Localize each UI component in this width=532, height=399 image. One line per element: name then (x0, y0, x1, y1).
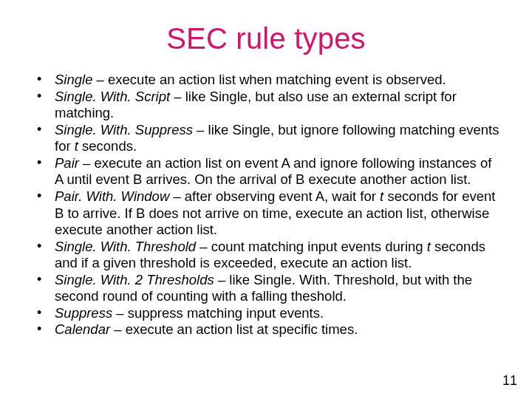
rule-term: Pair (55, 155, 79, 171)
rule-term: Suppress (55, 305, 112, 321)
rule-term: Single. With. 2 Thresholds (55, 272, 214, 287)
separator: – (92, 72, 108, 87)
rule-term: Pair. With. Window (55, 188, 169, 204)
separator: – (196, 239, 211, 254)
slide: SEC rule types Single – execute an actio… (0, 0, 532, 399)
separator: – (79, 155, 95, 171)
rule-desc: after observing event A, wait for (185, 188, 380, 204)
rule-term: Single. With. Suppress (55, 122, 193, 137)
rule-desc: execute an action list at specific times… (126, 321, 358, 337)
list-item: Single. With. Suppress – like Single, bu… (33, 122, 499, 155)
rule-term: Calendar (55, 321, 110, 337)
list-item: Single – execute an action list when mat… (33, 72, 499, 89)
list-item: Single. With. Threshold – count matching… (33, 239, 499, 272)
rule-desc: count matching input events during (211, 239, 427, 254)
list-item: Pair. With. Window – after observing eve… (33, 188, 499, 239)
rule-term: Single. With. Script (55, 89, 170, 104)
list-item: Single. With. Script – like Single, but … (33, 89, 499, 122)
separator: – (169, 188, 185, 204)
rule-desc: execute an action list when matching eve… (108, 72, 446, 87)
rule-term: Single. With. Threshold (55, 239, 196, 254)
separator: – (110, 321, 126, 337)
rule-desc: suppress matching input events. (128, 305, 324, 321)
list-item: Single. With. 2 Thresholds – like Single… (33, 272, 499, 305)
list-item: Calendar – execute an action list at spe… (33, 321, 499, 338)
page-number: 11 (502, 373, 517, 389)
separator: – (193, 122, 208, 137)
rule-term: Single (55, 72, 92, 87)
list-item: Pair – execute an action list on event A… (33, 155, 499, 188)
rule-desc: execute an action list on event A and ig… (55, 155, 491, 188)
slide-title: SEC rule types (33, 22, 499, 55)
separator: – (112, 305, 128, 321)
separator: – (214, 272, 230, 287)
bullet-list: Single – execute an action list when mat… (33, 72, 499, 338)
rule-desc-after: seconds. (78, 138, 137, 154)
list-item: Suppress – suppress matching input event… (33, 305, 499, 322)
separator: – (170, 89, 185, 104)
